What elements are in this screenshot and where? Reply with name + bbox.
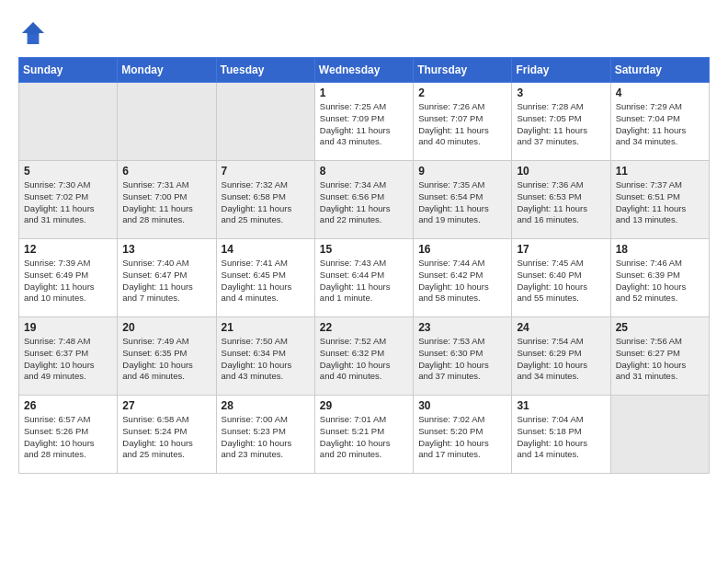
day-number: 31: [517, 399, 605, 412]
day-info: Sunrise: 6:58 AM Sunset: 5:24 PM Dayligh…: [122, 414, 210, 461]
logo-icon: [18, 18, 48, 48]
day-number: 2: [418, 86, 506, 99]
day-info: Sunrise: 7:25 AM Sunset: 7:09 PM Dayligh…: [320, 101, 408, 148]
calendar-cell: 21Sunrise: 7:50 AM Sunset: 6:34 PM Dayli…: [216, 317, 314, 396]
day-info: Sunrise: 7:34 AM Sunset: 6:56 PM Dayligh…: [320, 179, 408, 226]
day-number: 6: [122, 165, 210, 178]
day-header-monday: Monday: [118, 58, 216, 83]
calendar-cell: 31Sunrise: 7:04 AM Sunset: 5:18 PM Dayli…: [512, 396, 610, 474]
calendar-cell: 11Sunrise: 7:37 AM Sunset: 6:51 PM Dayli…: [610, 161, 709, 239]
day-info: Sunrise: 7:26 AM Sunset: 7:07 PM Dayligh…: [418, 101, 506, 148]
day-number: 15: [320, 243, 408, 256]
calendar-cell: 27Sunrise: 6:58 AM Sunset: 5:24 PM Dayli…: [118, 396, 216, 474]
logo: [18, 18, 51, 48]
day-info: Sunrise: 7:01 AM Sunset: 5:21 PM Dayligh…: [320, 414, 408, 461]
day-number: 26: [24, 399, 112, 412]
calendar-cell: 19Sunrise: 7:48 AM Sunset: 6:37 PM Dayli…: [19, 317, 118, 396]
day-number: 18: [616, 243, 704, 256]
calendar-cell: 7Sunrise: 7:32 AM Sunset: 6:58 PM Daylig…: [216, 161, 314, 239]
day-number: 9: [418, 165, 506, 178]
calendar-cell: 26Sunrise: 6:57 AM Sunset: 5:26 PM Dayli…: [19, 396, 118, 474]
calendar-cell: 29Sunrise: 7:01 AM Sunset: 5:21 PM Dayli…: [314, 396, 413, 474]
day-header-saturday: Saturday: [610, 58, 709, 83]
day-number: 22: [320, 321, 408, 334]
day-info: Sunrise: 7:31 AM Sunset: 7:00 PM Dayligh…: [122, 179, 210, 226]
calendar-cell: 14Sunrise: 7:41 AM Sunset: 6:45 PM Dayli…: [216, 239, 314, 317]
calendar-cell: 13Sunrise: 7:40 AM Sunset: 6:47 PM Dayli…: [118, 239, 216, 317]
svg-marker-1: [22, 22, 44, 35]
day-header-sunday: Sunday: [19, 58, 118, 83]
day-info: Sunrise: 7:36 AM Sunset: 6:53 PM Dayligh…: [517, 179, 605, 226]
calendar-cell: 24Sunrise: 7:54 AM Sunset: 6:29 PM Dayli…: [512, 317, 610, 396]
day-number: 8: [320, 165, 408, 178]
calendar-week-row: 5Sunrise: 7:30 AM Sunset: 7:02 PM Daylig…: [19, 161, 710, 239]
day-info: Sunrise: 7:54 AM Sunset: 6:29 PM Dayligh…: [517, 336, 605, 383]
day-number: 30: [418, 399, 506, 412]
day-number: 5: [24, 165, 112, 178]
calendar-cell: 25Sunrise: 7:56 AM Sunset: 6:27 PM Dayli…: [610, 317, 709, 396]
day-number: 3: [517, 86, 605, 99]
calendar-cell: 2Sunrise: 7:26 AM Sunset: 7:07 PM Daylig…: [414, 83, 512, 161]
calendar-cell: 17Sunrise: 7:45 AM Sunset: 6:40 PM Dayli…: [512, 239, 610, 317]
day-info: Sunrise: 7:04 AM Sunset: 5:18 PM Dayligh…: [517, 414, 605, 461]
calendar-header-row: SundayMondayTuesdayWednesdayThursdayFrid…: [19, 58, 710, 83]
day-info: Sunrise: 7:49 AM Sunset: 6:35 PM Dayligh…: [122, 336, 210, 383]
day-number: 29: [320, 399, 408, 412]
calendar-week-row: 1Sunrise: 7:25 AM Sunset: 7:09 PM Daylig…: [19, 83, 710, 161]
day-info: Sunrise: 7:30 AM Sunset: 7:02 PM Dayligh…: [24, 179, 112, 226]
day-number: 12: [24, 243, 112, 256]
day-number: 25: [616, 321, 704, 334]
calendar-cell: [216, 83, 314, 161]
day-number: 24: [517, 321, 605, 334]
day-number: 20: [122, 321, 210, 334]
calendar-week-row: 26Sunrise: 6:57 AM Sunset: 5:26 PM Dayli…: [19, 396, 710, 474]
calendar-cell: [19, 83, 118, 161]
calendar-cell: 10Sunrise: 7:36 AM Sunset: 6:53 PM Dayli…: [512, 161, 610, 239]
calendar-cell: 12Sunrise: 7:39 AM Sunset: 6:49 PM Dayli…: [19, 239, 118, 317]
day-number: 4: [616, 86, 704, 99]
day-info: Sunrise: 7:43 AM Sunset: 6:44 PM Dayligh…: [320, 258, 408, 304]
day-number: 1: [320, 86, 408, 99]
calendar-cell: 18Sunrise: 7:46 AM Sunset: 6:39 PM Dayli…: [610, 239, 709, 317]
day-number: 10: [517, 165, 605, 178]
day-info: Sunrise: 6:57 AM Sunset: 5:26 PM Dayligh…: [24, 414, 112, 461]
calendar-cell: 6Sunrise: 7:31 AM Sunset: 7:00 PM Daylig…: [118, 161, 216, 239]
calendar-cell: 22Sunrise: 7:52 AM Sunset: 6:32 PM Dayli…: [314, 317, 413, 396]
day-info: Sunrise: 7:28 AM Sunset: 7:05 PM Dayligh…: [517, 101, 605, 148]
day-info: Sunrise: 7:53 AM Sunset: 6:30 PM Dayligh…: [418, 336, 506, 383]
calendar-cell: 16Sunrise: 7:44 AM Sunset: 6:42 PM Dayli…: [414, 239, 512, 317]
calendar-table: SundayMondayTuesdayWednesdayThursdayFrid…: [18, 57, 710, 474]
calendar-cell: 3Sunrise: 7:28 AM Sunset: 7:05 PM Daylig…: [512, 83, 610, 161]
day-number: 11: [616, 165, 704, 178]
calendar-week-row: 12Sunrise: 7:39 AM Sunset: 6:49 PM Dayli…: [19, 239, 710, 317]
day-info: Sunrise: 7:32 AM Sunset: 6:58 PM Dayligh…: [222, 179, 310, 226]
day-info: Sunrise: 7:52 AM Sunset: 6:32 PM Dayligh…: [320, 336, 408, 383]
calendar-cell: [610, 396, 709, 474]
day-info: Sunrise: 7:37 AM Sunset: 6:51 PM Dayligh…: [616, 179, 704, 226]
day-number: 16: [418, 243, 506, 256]
day-number: 13: [122, 243, 210, 256]
day-info: Sunrise: 7:00 AM Sunset: 5:23 PM Dayligh…: [222, 414, 310, 461]
calendar-cell: 30Sunrise: 7:02 AM Sunset: 5:20 PM Dayli…: [414, 396, 512, 474]
calendar-cell: 28Sunrise: 7:00 AM Sunset: 5:23 PM Dayli…: [216, 396, 314, 474]
day-number: 21: [222, 321, 310, 334]
calendar-cell: [118, 83, 216, 161]
day-info: Sunrise: 7:46 AM Sunset: 6:39 PM Dayligh…: [616, 258, 704, 304]
day-header-wednesday: Wednesday: [314, 58, 413, 83]
day-info: Sunrise: 7:56 AM Sunset: 6:27 PM Dayligh…: [616, 336, 704, 383]
calendar-cell: 1Sunrise: 7:25 AM Sunset: 7:09 PM Daylig…: [314, 83, 413, 161]
day-info: Sunrise: 7:39 AM Sunset: 6:49 PM Dayligh…: [24, 258, 112, 304]
day-info: Sunrise: 7:40 AM Sunset: 6:47 PM Dayligh…: [122, 258, 210, 304]
day-info: Sunrise: 7:02 AM Sunset: 5:20 PM Dayligh…: [418, 414, 506, 461]
day-header-tuesday: Tuesday: [216, 58, 314, 83]
day-number: 19: [24, 321, 112, 334]
calendar-cell: 4Sunrise: 7:29 AM Sunset: 7:04 PM Daylig…: [610, 83, 709, 161]
day-number: 27: [122, 399, 210, 412]
day-info: Sunrise: 7:29 AM Sunset: 7:04 PM Dayligh…: [616, 101, 704, 148]
day-number: 28: [222, 399, 310, 412]
day-header-friday: Friday: [512, 58, 610, 83]
day-number: 14: [222, 243, 310, 256]
day-info: Sunrise: 7:35 AM Sunset: 6:54 PM Dayligh…: [418, 179, 506, 226]
calendar-cell: 15Sunrise: 7:43 AM Sunset: 6:44 PM Dayli…: [314, 239, 413, 317]
day-info: Sunrise: 7:48 AM Sunset: 6:37 PM Dayligh…: [24, 336, 112, 383]
